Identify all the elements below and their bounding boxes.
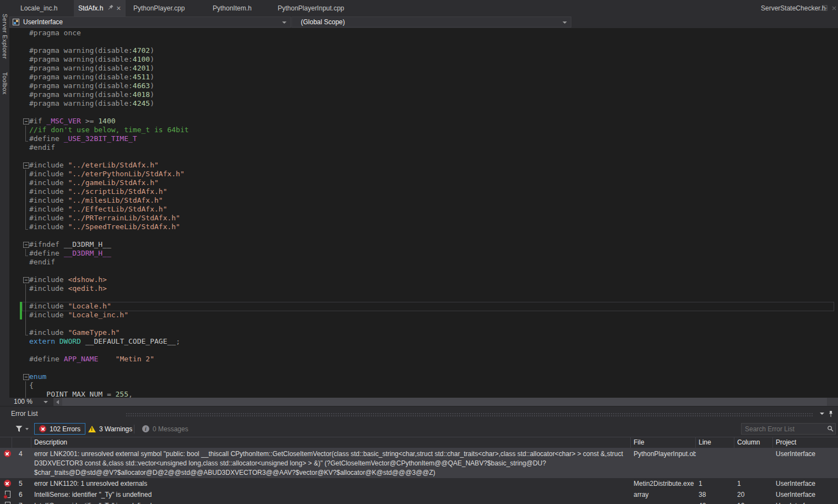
sidebar-tab-server-explorer[interactable]: Server Explorer	[2, 14, 8, 59]
code-token: )	[150, 90, 154, 99]
panel-drag-grip[interactable]	[126, 413, 814, 416]
scroll-left-arrow-icon[interactable]	[56, 400, 59, 404]
code-line[interactable]: #define __D3DRM_H__	[29, 249, 111, 258]
code-token: #include	[29, 187, 68, 196]
tab-serverstatechecker-h[interactable]: ServerStateChecker.h	[756, 0, 830, 17]
tab-locale-inc-h[interactable]: Locale_inc.h	[16, 0, 62, 17]
tab-label: PythonItem.h	[213, 0, 252, 17]
column-header-column[interactable]: Column	[734, 437, 773, 448]
code-line[interactable]: #pragma warning(disable:4702)	[29, 46, 154, 55]
code-token: #define	[29, 134, 64, 143]
error-number: 4	[12, 448, 31, 478]
zoom-dropdown[interactable]: 100 %	[9, 398, 52, 406]
code-line[interactable]: #include "../SpeedTreeLib/StdAfx.h"	[29, 223, 180, 231]
code-line[interactable]: {	[29, 381, 34, 390]
code-line[interactable]: #pragma warning(disable:4663)	[29, 82, 154, 90]
scope-dropdown[interactable]: (Global Scope)	[291, 17, 571, 28]
code-line[interactable]: #include "../PRTerrainLib/StdAfx.h"	[29, 214, 180, 223]
code-line[interactable]: POINT_MAX_NUM = 255,	[29, 390, 133, 398]
code-line[interactable]: //if don't use below, time_t is 64bit	[29, 126, 189, 134]
code-token: "../scriptLib/StdAfx.h"	[68, 187, 167, 196]
errors-filter-button[interactable]: 102 Errors	[34, 423, 85, 435]
error-row[interactable]: 7IntelliSense: identifier "_Ty" is undef…	[0, 500, 838, 504]
code-line[interactable]: #include "../eterPythonLib/StdAfx.h"	[29, 170, 185, 178]
code-token: __DEFAULT_CODE_PAGE__	[81, 337, 176, 345]
code-line[interactable]: enum	[29, 372, 46, 381]
code-line[interactable]: #define _USE_32BIT_TIME_T	[29, 134, 137, 143]
panel-menu-chevron-icon[interactable]	[820, 413, 824, 415]
collapse-region-icon[interactable]: −	[23, 162, 29, 169]
warnings-filter-button[interactable]: 3 Warnings	[84, 423, 137, 435]
sidebar-tab-toolbox[interactable]: Toolbox	[2, 72, 8, 95]
code-line[interactable]: #include <dshow.h>	[29, 275, 107, 284]
type-dropdown[interactable]: UserInterface	[9, 17, 291, 28]
code-token: #include	[29, 302, 68, 310]
code-line[interactable]: #include "../eterLib/StdAfx.h"	[29, 161, 159, 170]
filter-icon[interactable]	[15, 425, 23, 432]
close-document-icon[interactable]	[830, 4, 838, 12]
code-line[interactable]: #ifndef __D3DRM_H__	[29, 240, 111, 249]
code-line[interactable]: #if _MSC_VER >= 1400	[29, 117, 116, 126]
code-token: #endif	[29, 258, 55, 266]
code-token: 4702	[133, 46, 150, 55]
column-header-project[interactable]: Project	[773, 437, 838, 448]
code-line[interactable]: #pragma warning(disable:4511)	[29, 73, 154, 82]
code-line[interactable]: #include "GameType.h"	[29, 328, 120, 337]
left-tool-strip: Server Explorer Toolbox	[0, 0, 9, 406]
tab-stdafx-h[interactable]: StdAfx.h×	[74, 0, 126, 17]
column-header-line[interactable]: Line	[696, 437, 734, 448]
code-line[interactable]: #pragma warning(disable:4245)	[29, 99, 154, 108]
collapse-region-icon[interactable]: −	[23, 242, 29, 248]
code-token	[55, 337, 60, 345]
collapse-region-icon[interactable]: −	[23, 374, 29, 380]
column-header-description[interactable]: Description	[31, 437, 631, 448]
warning-icon	[88, 426, 96, 432]
scope-dropdown-value: (Global Scope)	[301, 17, 345, 27]
code-token: #ifndef	[29, 240, 64, 248]
error-row[interactable]: 5error LNK1120: 1 unresolved externalsMe…	[0, 478, 838, 489]
code-token: #include	[29, 223, 68, 231]
code-line[interactable]: #pragma once	[29, 29, 81, 37]
close-tab-icon[interactable]: ×	[116, 0, 121, 17]
panel-pin-icon[interactable]	[828, 410, 834, 418]
code-line[interactable]: #pragma warning(disable:4201)	[29, 64, 154, 73]
column-header-file[interactable]: File	[631, 437, 696, 448]
code-line[interactable]: #include <qedit.h>	[29, 284, 107, 293]
toolbar-separator	[134, 425, 134, 433]
code-line[interactable]: #endif	[29, 143, 55, 152]
tab-pythonitem-h[interactable]: PythonItem.h	[208, 0, 256, 17]
code-line[interactable]: extern DWORD __DEFAULT_CODE_PAGE__;	[29, 337, 180, 346]
code-line[interactable]: #pragma warning(disable:4018)	[29, 90, 154, 99]
search-input[interactable]	[741, 423, 836, 435]
horizontal-scrollbar[interactable]	[53, 398, 838, 406]
outlining-guide-line	[25, 126, 26, 134]
code-token	[29, 390, 46, 398]
error-list-panel: Error List 102 Errors 3 Warnings i 0 Mes…	[0, 406, 838, 504]
code-line[interactable]: #include "../milesLib/StdAfx.h"	[29, 196, 163, 205]
collapse-region-icon[interactable]: −	[23, 118, 29, 124]
error-row[interactable]: 6IntelliSense: identifier "_Ty" is undef…	[0, 489, 838, 500]
code-line[interactable]: #pragma warning(disable:4100)	[29, 55, 154, 64]
code-token: #endif	[29, 143, 55, 151]
current-line-highlight	[22, 302, 834, 311]
tab-pythonplayer-cpp[interactable]: PythonPlayer.cpp	[129, 0, 189, 17]
scrollbar-thumb[interactable]	[62, 398, 827, 406]
error-icon	[4, 450, 11, 457]
tab-pythonplayerinput-cpp[interactable]: PythonPlayerInput.cpp	[273, 0, 349, 17]
code-line[interactable]: #endif	[29, 258, 55, 267]
code-line[interactable]: #include "../gameLib/StdAfx.h"	[29, 178, 159, 187]
outlining-guide-line	[25, 196, 26, 205]
error-file: Metin2Distribute.exe	[631, 478, 696, 489]
error-row[interactable]: 4error LNK2001: unresolved external symb…	[0, 448, 838, 478]
filter-dropdown-chevron-icon[interactable]	[25, 428, 29, 430]
code-line[interactable]: #include "Locale.h"	[29, 302, 111, 311]
code-line[interactable]: #include "../EffectLib/StdAfx.h"	[29, 205, 167, 214]
code-line[interactable]: #define APP_NAME "Metin 2"	[29, 355, 154, 364]
code-line[interactable]: #include "../scriptLib/StdAfx.h"	[29, 187, 167, 196]
collapse-region-icon[interactable]: −	[23, 277, 29, 283]
code-line[interactable]: #include "Locale_inc.h"	[29, 311, 128, 319]
messages-filter-button[interactable]: i 0 Messages	[138, 423, 193, 435]
code-token: "Locale_inc.h"	[68, 311, 128, 319]
code-editor[interactable]: #pragma once#pragma warning(disable:4702…	[9, 28, 838, 398]
pin-tab-icon[interactable]	[102, 1, 117, 16]
